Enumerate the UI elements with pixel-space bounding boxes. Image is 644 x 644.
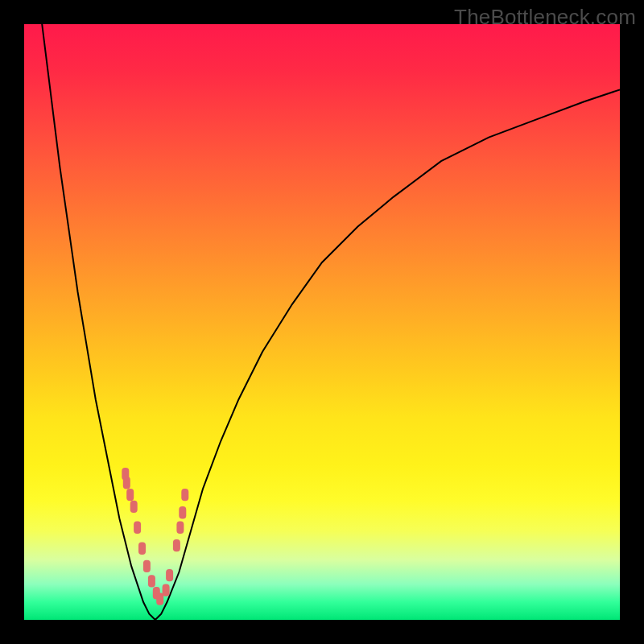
- marker-point: [179, 506, 186, 518]
- marker-point: [166, 569, 173, 581]
- marker-point: [123, 477, 130, 489]
- bottleneck-curve: [42, 24, 620, 620]
- marker-point: [143, 560, 151, 572]
- marker-point: [181, 489, 188, 501]
- marker-point: [138, 543, 146, 555]
- marker-point: [176, 522, 184, 534]
- curve-svg: [24, 24, 620, 620]
- plot-area: [24, 24, 620, 620]
- marker-point: [134, 522, 141, 534]
- marker-point: [148, 575, 155, 587]
- marker-point: [126, 489, 134, 501]
- chart-frame: TheBottleneck.com: [0, 0, 644, 644]
- marker-point: [156, 593, 163, 605]
- marker-point: [173, 539, 180, 551]
- marker-point: [130, 501, 138, 513]
- marker-group: [122, 468, 188, 605]
- marker-point: [163, 584, 170, 596]
